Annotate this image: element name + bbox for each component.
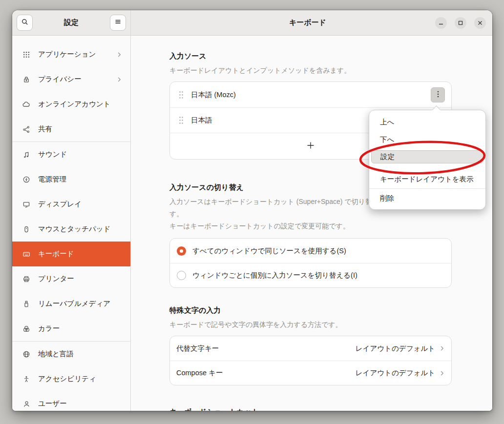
sidebar-item-label: リムーバブルメディア (38, 299, 123, 308)
alternate-characters-key-row[interactable]: 代替文字キー レイアウトのデフォルト (170, 336, 451, 361)
music-note-icon (22, 150, 31, 159)
input-source-context-menu: 上へ 下へ 設定 キーボードレイアウトを表示 削除 (369, 110, 486, 210)
sidebar-item-label: ユーザー (38, 399, 123, 408)
radio-unselected-icon[interactable] (177, 271, 186, 280)
share-icon (22, 125, 31, 133)
mouse-icon (22, 225, 31, 233)
sidebar-item-online-accounts[interactable]: オンラインアカウント (12, 92, 130, 117)
row-label: Compose キー (176, 368, 356, 378)
window-controls (435, 17, 486, 29)
sidebar-item-mouse[interactable]: マウスとタッチパッド (12, 217, 130, 242)
row-value: レイアウトのデフォルト (356, 368, 435, 378)
chevron-right-icon (439, 370, 445, 377)
sidebar-item-power[interactable]: 電源管理 (12, 167, 130, 192)
radio-option-same-source[interactable]: すべてのウィンドウで同じソースを使用する(S) (170, 239, 451, 263)
radio-selected-icon[interactable] (177, 246, 186, 256)
page-title: キーボード (137, 18, 435, 27)
sidebar-item-label: キーボード (38, 249, 123, 259)
sidebar-item-label: 地域と言語 (38, 349, 123, 359)
main-header: キーボード (131, 10, 492, 36)
sidebar-item-label: カラー (38, 324, 123, 333)
row-value: レイアウトのデフォルト (356, 344, 435, 353)
sidebar-item-accessibility[interactable]: アクセシビリティ (12, 366, 130, 391)
switching-description-line: キーはキーボードショートカットの設定で変更可能です。 (169, 220, 452, 232)
menu-item-view-layout[interactable]: キーボードレイアウトを表示 (369, 170, 485, 188)
accessibility-icon (22, 375, 31, 383)
menu-item-move-up[interactable]: 上へ (369, 113, 485, 131)
drag-handle-icon[interactable] (179, 116, 184, 124)
search-button[interactable] (17, 15, 33, 31)
maximize-button[interactable] (455, 17, 466, 29)
radio-option-label: すべてのウィンドウで同じソースを使用する(S) (192, 246, 346, 256)
sidebar-item-keyboard[interactable]: キーボード (12, 242, 130, 266)
drag-handle-icon[interactable] (179, 91, 184, 99)
kebab-menu-icon (437, 91, 439, 99)
sidebar-item-color[interactable]: カラー (12, 316, 130, 341)
lock-icon (22, 75, 31, 83)
power-icon (22, 175, 31, 183)
menu-item-move-down[interactable]: 下へ (369, 131, 485, 148)
sidebar: 設定 アプリケーション プライバシー オンラインアカウント (12, 10, 131, 411)
display-icon (22, 200, 31, 208)
sidebar-item-label: マウスとタッチパッド (38, 224, 123, 234)
sidebar-item-label: プライバシー (38, 75, 116, 84)
sidebar-header: 設定 (12, 10, 130, 36)
sidebar-item-applications[interactable]: アプリケーション (12, 42, 130, 67)
sidebar-item-region-language[interactable]: 地域と言語 (12, 342, 130, 366)
special-chars-heading: 特殊文字の入力 (169, 305, 452, 315)
menu-item-preferences[interactable]: 設定 (371, 150, 483, 163)
special-chars-card: 代替文字キー レイアウトのデフォルト Compose キー レイアウトのデフォル… (169, 336, 452, 385)
chevron-right-icon (439, 345, 445, 352)
switching-options-card: すべてのウィンドウで同じソースを使用する(S) ウィンドウごとに個別に入力ソース… (169, 238, 452, 288)
cloud-icon (22, 100, 31, 108)
sidebar-item-sound[interactable]: サウンド (12, 142, 130, 167)
input-source-row[interactable]: 日本語 (Mozc) (170, 82, 451, 107)
radio-option-per-window[interactable]: ウィンドウごとに個別に入力ソースを切り替える(I) (170, 263, 451, 287)
compose-key-row[interactable]: Compose キー レイアウトのデフォルト (170, 361, 451, 385)
sidebar-item-label: 共有 (38, 124, 123, 134)
menu-item-remove[interactable]: 削除 (369, 189, 485, 207)
sidebar-item-sharing[interactable]: 共有 (12, 117, 130, 141)
sidebar-item-label: アプリケーション (38, 50, 116, 59)
sidebar-item-printers[interactable]: プリンター (12, 266, 130, 291)
keyboard-icon (22, 250, 31, 258)
special-chars-subtitle: キーボードで記号や文字の異体字を入力する方法です。 (169, 320, 452, 329)
close-icon (478, 19, 483, 27)
sidebar-item-removable-media[interactable]: リムーバブルメディア (12, 291, 130, 316)
sidebar-item-label: プリンター (38, 274, 123, 283)
close-button[interactable] (474, 17, 486, 29)
search-icon (21, 18, 29, 28)
main-menu-button[interactable] (110, 15, 126, 31)
input-source-label: 日本語 (Mozc) (191, 90, 431, 100)
printer-icon (22, 275, 31, 283)
settings-window: 設定 アプリケーション プライバシー オンラインアカウント (12, 10, 492, 411)
input-sources-subtitle: キーボードレイアウトとインプットメソッドを含みます。 (169, 65, 452, 75)
sidebar-item-label: サウンド (38, 150, 123, 159)
sidebar-item-privacy[interactable]: プライバシー (12, 67, 130, 92)
plus-icon (307, 141, 315, 151)
app-grid-icon (22, 50, 31, 59)
sidebar-item-label: アクセシビリティ (38, 374, 123, 384)
radio-option-label: ウィンドウごとに個別に入力ソースを切り替える(I) (192, 271, 357, 280)
chevron-right-icon (116, 51, 123, 58)
user-icon (22, 400, 31, 408)
main-content: 入力ソース キーボードレイアウトとインプットメソッドを含みます。 日本語 (Mo… (131, 36, 492, 411)
chevron-right-icon (116, 76, 123, 83)
sidebar-item-label: ディスプレイ (38, 200, 123, 209)
color-profile-icon (22, 324, 31, 333)
sidebar-item-label: 電源管理 (38, 175, 123, 184)
sidebar-item-label: オンラインアカウント (38, 100, 123, 109)
input-sources-heading: 入力ソース (169, 51, 452, 61)
sidebar-item-users[interactable]: ユーザー (12, 391, 130, 411)
main-panel: キーボード 入力ソース キーボードレイアウトとインプットメソッドを含みます。 日… (131, 10, 492, 411)
row-label: 代替文字キー (176, 344, 356, 353)
removable-media-icon (22, 300, 31, 308)
hamburger-menu-icon (114, 18, 122, 27)
minimize-button[interactable] (435, 17, 447, 29)
sidebar-title: 設定 (33, 18, 110, 27)
more-options-button[interactable] (431, 87, 445, 102)
sidebar-nav: アプリケーション プライバシー オンラインアカウント 共有 サウンド (12, 36, 130, 411)
sidebar-item-display[interactable]: ディスプレイ (12, 192, 130, 217)
shortcuts-heading: キーボードショートカット (169, 407, 452, 411)
maximize-icon (458, 19, 463, 27)
